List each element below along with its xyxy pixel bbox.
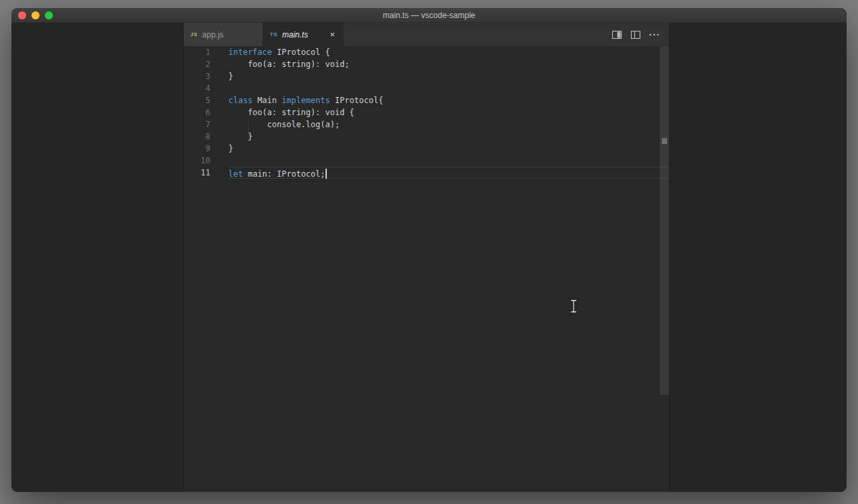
code-token: IProtocol { bbox=[272, 48, 330, 57]
text-caret bbox=[326, 169, 327, 179]
code-line[interactable]: 3} bbox=[184, 70, 669, 82]
close-tab-icon[interactable]: × bbox=[328, 29, 336, 40]
indent-guide bbox=[248, 131, 248, 143]
indent-guide bbox=[248, 118, 248, 131]
left-panel bbox=[11, 23, 183, 492]
code-token: } bbox=[228, 144, 233, 153]
vertical-scrollbar[interactable] bbox=[660, 46, 669, 492]
typescript-file-icon: TS bbox=[270, 31, 277, 37]
tab-label-main-ts: main.ts bbox=[282, 30, 308, 39]
code-line[interactable]: 11let main: IProtocol; bbox=[184, 167, 669, 179]
code-token: } bbox=[228, 132, 253, 141]
split-editor-icon[interactable] bbox=[612, 29, 622, 40]
code-token: implements bbox=[281, 96, 330, 105]
window-content: JS app.js TS main.ts × bbox=[11, 23, 847, 492]
overview-ruler-cursor-marker bbox=[662, 138, 667, 144]
zoom-window-button[interactable] bbox=[45, 11, 53, 19]
code-line[interactable]: 1interface IProtocol { bbox=[184, 46, 669, 58]
line-number[interactable]: 8 bbox=[184, 131, 210, 143]
code-token: class bbox=[228, 96, 253, 105]
line-number[interactable]: 9 bbox=[184, 143, 210, 155]
code-token: console.log(a); bbox=[228, 120, 340, 129]
line-number[interactable]: 7 bbox=[184, 118, 210, 131]
javascript-file-icon: JS bbox=[190, 31, 198, 37]
editor-actions: ··· bbox=[612, 23, 669, 46]
editor-group: JS app.js TS main.ts × bbox=[183, 23, 670, 492]
code-token: Main bbox=[253, 96, 281, 105]
code-text: } bbox=[228, 143, 669, 155]
line-number[interactable]: 4 bbox=[184, 82, 210, 94]
code-text bbox=[228, 155, 669, 167]
code-text bbox=[228, 82, 669, 94]
code-token: foo(a: string): void; bbox=[228, 60, 350, 69]
line-number[interactable]: 6 bbox=[184, 106, 210, 118]
window-controls bbox=[18, 8, 53, 22]
code-area[interactable]: 1interface IProtocol {2 foo(a: string): … bbox=[184, 46, 669, 179]
line-number[interactable]: 1 bbox=[184, 46, 210, 58]
minimize-window-button[interactable] bbox=[31, 11, 40, 19]
toggle-layout-icon[interactable] bbox=[630, 29, 641, 40]
line-number[interactable]: 3 bbox=[184, 70, 210, 82]
tab-main-ts[interactable]: TS main.ts × bbox=[263, 23, 344, 46]
line-number[interactable]: 10 bbox=[184, 155, 210, 167]
code-token: interface bbox=[228, 48, 272, 57]
code-text: console.log(a); bbox=[228, 118, 669, 131]
code-text: let main: IProtocol; bbox=[228, 167, 669, 179]
ibeam-cursor bbox=[569, 299, 578, 313]
more-actions-icon[interactable]: ··· bbox=[649, 29, 660, 40]
code-line[interactable]: 8 } bbox=[184, 131, 669, 143]
code-token: foo(a: string): void { bbox=[228, 108, 354, 117]
code-line[interactable]: 9} bbox=[184, 143, 669, 155]
line-number[interactable]: 2 bbox=[184, 58, 210, 70]
desktop: main.ts — vscode-sample JS app.js TS mai… bbox=[0, 0, 858, 504]
tab-bar: JS app.js TS main.ts × bbox=[184, 23, 669, 46]
code-token: IProtocol{ bbox=[330, 96, 383, 105]
code-line[interactable]: 4 bbox=[184, 82, 669, 94]
right-panel bbox=[670, 23, 847, 492]
code-token: let bbox=[228, 169, 243, 179]
code-line[interactable]: 6 foo(a: string): void { bbox=[184, 106, 669, 118]
code-text: } bbox=[228, 131, 669, 143]
scrollbar-thumb[interactable] bbox=[660, 46, 669, 395]
editor[interactable]: 1interface IProtocol {2 foo(a: string): … bbox=[184, 46, 669, 492]
code-text: class Main implements IProtocol{ bbox=[228, 94, 669, 106]
code-line[interactable]: 2 foo(a: string): void; bbox=[184, 58, 669, 70]
code-text: interface IProtocol { bbox=[228, 46, 669, 58]
code-text: } bbox=[228, 70, 669, 82]
titlebar[interactable]: main.ts — vscode-sample bbox=[11, 8, 847, 23]
code-line[interactable]: 5class Main implements IProtocol{ bbox=[184, 94, 669, 106]
tab-app-js[interactable]: JS app.js bbox=[184, 23, 263, 46]
code-text: foo(a: string): void; bbox=[228, 58, 669, 70]
tab-label-app-js: app.js bbox=[202, 30, 224, 39]
code-token: } bbox=[228, 72, 233, 81]
code-text: foo(a: string): void { bbox=[228, 106, 669, 118]
code-line[interactable]: 10 bbox=[184, 155, 669, 167]
line-number[interactable]: 5 bbox=[184, 94, 210, 106]
line-number[interactable]: 11 bbox=[184, 167, 210, 179]
code-line[interactable]: 7 console.log(a); bbox=[184, 118, 669, 131]
window-title: main.ts — vscode-sample bbox=[11, 11, 847, 20]
close-window-button[interactable] bbox=[18, 11, 26, 19]
vscode-window: main.ts — vscode-sample JS app.js TS mai… bbox=[11, 8, 847, 492]
code-token: main: IProtocol; bbox=[243, 169, 326, 179]
